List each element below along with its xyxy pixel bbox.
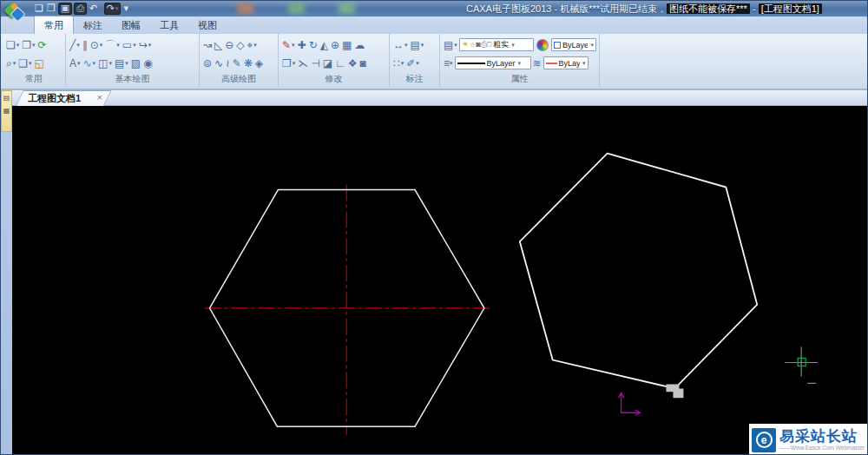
extend-icon[interactable]: ⊣ — [310, 55, 320, 71]
corner-icon[interactable]: ∟ — [334, 55, 346, 71]
erase-icon-caret[interactable]: ▾ — [292, 42, 295, 49]
formula-curve-icon[interactable]: ⊜ — [202, 55, 213, 71]
block-icon[interactable]: ◫▾ — [97, 55, 113, 71]
tab-common[interactable]: 常用 — [34, 16, 74, 34]
zoom-icon[interactable]: ⌕▾ — [5, 55, 16, 71]
polyline-icon[interactable]: ↪▾ — [138, 36, 153, 53]
part-icon[interactable]: ◈ — [254, 55, 264, 71]
dimension-icon-caret[interactable]: ▾ — [404, 42, 408, 49]
coord-dim-icon-caret[interactable]: ▾ — [401, 60, 404, 67]
move-icon[interactable]: ✚ — [297, 36, 307, 53]
palette-copy-icon[interactable]: ▤ — [3, 94, 11, 102]
library-icon[interactable]: ▤▾ — [114, 55, 129, 71]
text-icon-caret[interactable]: ▾ — [77, 60, 81, 67]
spline-icon-caret[interactable]: ▾ — [93, 60, 96, 67]
tab-annotate[interactable]: 标注 — [74, 16, 112, 34]
pencil-icon[interactable]: ✎ — [232, 55, 242, 71]
erase-icon[interactable]: ✎▾ — [281, 36, 296, 53]
polyline-icon-caret[interactable]: ▾ — [148, 42, 152, 49]
sketch-icon[interactable]: ≀ — [225, 55, 231, 71]
zoom-icon-caret[interactable]: ▾ — [13, 60, 16, 67]
collapsed-tool-palette[interactable]: ▤▦ — [1, 90, 12, 132]
redo-icon-caret[interactable]: ▾ — [115, 5, 119, 12]
insert-image-icon-caret[interactable]: ▾ — [29, 60, 32, 67]
ellipse-icon[interactable]: ⊖ — [224, 36, 234, 53]
color-select[interactable]: ByLayer ▾ — [551, 38, 596, 51]
drawing-canvas[interactable]: e 易采站长站 —— Www.Easck.Com Webmaster — [12, 106, 867, 454]
save-icon[interactable]: ▣ — [58, 3, 72, 15]
curve-icon[interactable]: ↝ — [202, 36, 213, 53]
qat-more-icon[interactable]: ▾ — [122, 3, 129, 15]
tab-close-button[interactable]: × — [97, 92, 102, 102]
layer-select[interactable]: ☀☼◙⎙□ 粗实 ▾ — [459, 38, 534, 51]
break-icon[interactable]: ◪ — [322, 55, 333, 71]
arc-icon[interactable]: ⌒▾ — [104, 36, 121, 53]
parallel-line-icon[interactable]: ∥ — [82, 36, 89, 53]
gear-icon[interactable]: ❋ — [243, 55, 253, 71]
layer-frame-icon[interactable]: □ — [487, 39, 491, 50]
offset-icon[interactable]: ◙ — [359, 55, 367, 71]
rectangle-icon[interactable]: ▭▾ — [122, 36, 137, 53]
line-icon-caret[interactable]: ▾ — [76, 42, 80, 49]
coord-dim-icon[interactable]: ∷▾ — [392, 55, 404, 71]
arc-icon-caret[interactable]: ▾ — [116, 42, 120, 49]
scale-icon[interactable]: ☁ — [353, 36, 365, 53]
library-icon-caret[interactable]: ▾ — [125, 60, 128, 67]
ole-text-icon[interactable]: ▤▾ — [410, 36, 425, 53]
tab-tools[interactable]: 工具 — [150, 16, 188, 34]
insert-image-icon[interactable]: ❑▾ — [17, 55, 32, 71]
new-doc-icon[interactable]: ❏ — [34, 3, 44, 15]
circular-array-icon[interactable]: ⊕ — [330, 36, 340, 53]
dim-edit-icon[interactable]: ✐▾ — [405, 55, 420, 71]
mirror-icon[interactable]: ◭ — [319, 36, 329, 53]
palette-grid-icon[interactable]: ▦ — [3, 107, 11, 115]
paste-icon-caret[interactable]: ▾ — [32, 42, 36, 49]
circle-icon-caret[interactable]: ▾ — [100, 42, 103, 49]
wave-line-icon[interactable]: ∿ — [214, 55, 224, 71]
trim-icon[interactable]: ⋋ — [297, 55, 309, 71]
tab-view[interactable]: 视图 — [188, 16, 227, 34]
spline-icon[interactable]: ∿▾ — [82, 55, 97, 71]
ole-text-icon-caret[interactable]: ▾ — [421, 42, 424, 49]
copy-icon[interactable]: ❏▾ — [5, 36, 20, 53]
sun-icon[interactable]: ☼ — [469, 39, 476, 50]
redo-icon[interactable]: ↷▾ — [104, 3, 122, 15]
line-width-icon[interactable]: ≡▾ — [443, 55, 454, 71]
refresh-icon[interactable]: ⟳ — [37, 36, 48, 53]
document-tab[interactable]: 工程图文档1 × — [16, 90, 104, 106]
bulb-icon[interactable]: ☀ — [462, 39, 469, 50]
line-icon[interactable]: ╱▾ — [69, 36, 81, 53]
dim-edit-icon-caret[interactable]: ▾ — [416, 60, 419, 67]
open-icon[interactable]: ❒ — [46, 3, 56, 15]
undo-icon-caret[interactable]: ▾ — [98, 5, 102, 12]
print-icon[interactable]: ⎙ — [74, 3, 87, 15]
paste-icon[interactable]: ❐▾ — [21, 36, 36, 53]
select-rect-icon-caret[interactable]: ▾ — [293, 60, 296, 67]
layers-icon[interactable]: ▤▾ — [443, 36, 458, 53]
text-icon[interactable]: A▾ — [69, 55, 82, 71]
locate-point-icon[interactable]: ⌖▾ — [247, 36, 258, 53]
rectangle-icon-caret[interactable]: ▾ — [133, 42, 136, 49]
block-icon-caret[interactable]: ▾ — [108, 60, 112, 67]
tab-sheet[interactable]: 图幅 — [112, 16, 150, 34]
section-icon[interactable]: ◉ — [142, 55, 153, 71]
capture-icon[interactable]: ◱ — [34, 55, 45, 71]
rotate-icon[interactable]: ↻ — [308, 36, 319, 53]
app-logo-icon[interactable] — [4, 2, 28, 24]
copy-icon-caret[interactable]: ▾ — [16, 42, 20, 49]
color-wheel-icon[interactable] — [536, 39, 549, 51]
hatch-icon[interactable]: ▨ — [130, 55, 141, 71]
circle-icon[interactable]: ⊙▾ — [89, 36, 104, 53]
line-color-select[interactable]: ByLayer ▾ — [543, 56, 589, 69]
angle-line-icon[interactable]: ◺ — [214, 36, 223, 53]
hatch-style-icon[interactable]: ≋ — [532, 55, 542, 71]
array-icon[interactable]: ▦ — [341, 36, 352, 53]
undo-icon[interactable]: ↶▾ — [89, 3, 102, 15]
select-rect-icon[interactable]: ❒▾ — [281, 55, 296, 71]
polygon-icon[interactable]: ◇ — [235, 36, 245, 53]
linetype-select[interactable]: ByLayer ▾ — [455, 56, 531, 69]
locate-point-icon-caret[interactable]: ▾ — [253, 42, 257, 49]
dimension-icon[interactable]: ↔▾ — [392, 36, 409, 53]
stretch-icon[interactable]: ❖ — [347, 55, 358, 71]
hexagon-right[interactable] — [520, 154, 757, 389]
